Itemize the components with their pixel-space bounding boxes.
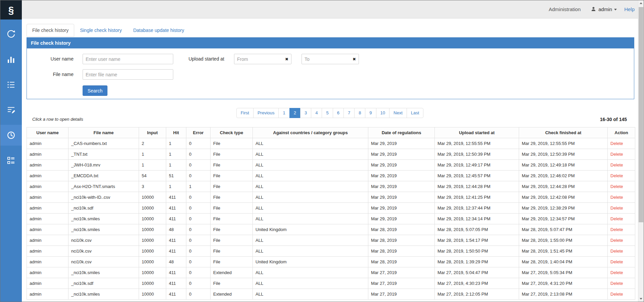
tab-file-check-history[interactable]: File check history bbox=[27, 24, 74, 37]
delete-link[interactable]: Delete bbox=[610, 281, 623, 286]
table-cell-action: Delete bbox=[608, 278, 635, 289]
table-row[interactable]: admin_nci10k.sdf100004110FileALLMar 27, … bbox=[27, 278, 635, 289]
table-row[interactable]: admin_Asx-H2O-TNT.smarts311FileALLMar 29… bbox=[27, 181, 635, 192]
table-cell: 411 bbox=[166, 278, 186, 289]
help-link[interactable]: Help bbox=[624, 6, 635, 12]
sidebar-item-history[interactable] bbox=[0, 125, 22, 146]
sidebar-item-reports[interactable] bbox=[0, 150, 22, 171]
table-cell: 411 bbox=[166, 235, 186, 246]
clear-from-icon[interactable]: ✖ bbox=[285, 57, 288, 61]
table-cell: _nci10k.smiles bbox=[68, 267, 139, 278]
table-cell: Mar 27, 2019 bbox=[368, 278, 435, 289]
table-cell: 411 bbox=[166, 192, 186, 203]
table-cell: nci10k.csv bbox=[68, 235, 139, 246]
chevron-down-icon bbox=[614, 9, 617, 10]
date-to-input[interactable] bbox=[302, 54, 359, 64]
table-cell: admin bbox=[27, 246, 68, 257]
table-cell: admin bbox=[27, 160, 68, 171]
table-row[interactable]: admin_nci10k.sdf100004110FileALLMar 29, … bbox=[27, 203, 635, 214]
table-row[interactable]: adminnci10k.csv10000480FileUnited Kingdo… bbox=[27, 257, 635, 267]
table-cell: Mar 29, 2019, 12:37:44 PM bbox=[435, 203, 519, 214]
table-row[interactable]: adminnci10k.csv100004110FileALLMar 28, 2… bbox=[27, 235, 635, 246]
table-row[interactable]: adminnci10k.csv100004110FileALLMar 28, 2… bbox=[27, 246, 635, 257]
tab-single-check-history[interactable]: Single check history bbox=[74, 24, 128, 37]
table-cell: Mar 29, 2019, 12:44:28 PM bbox=[519, 181, 608, 192]
table-cell: _nci10k-with-ID..csv bbox=[68, 192, 139, 203]
table-row[interactable]: admin_nci10k.smiles100004110ExtendedALLM… bbox=[27, 289, 635, 300]
tab-bar: File check history Single check history … bbox=[27, 24, 190, 37]
delete-link[interactable]: Delete bbox=[610, 216, 623, 221]
table-cell: File bbox=[211, 181, 253, 192]
sidebar-item-list[interactable] bbox=[0, 74, 22, 95]
table-cell: _nci10k.smiles bbox=[68, 289, 139, 300]
table-cell: _nci10k.smiles bbox=[68, 224, 139, 235]
delete-link[interactable]: Delete bbox=[610, 141, 623, 146]
delete-link[interactable]: Delete bbox=[610, 173, 623, 178]
table-row[interactable]: admin_TNT.txt110FileALLMar 29, 2019Mar 2… bbox=[27, 149, 635, 160]
sidebar-item-check-list[interactable] bbox=[0, 100, 22, 120]
delete-link[interactable]: Delete bbox=[610, 292, 623, 297]
table-row[interactable]: admin_JWH-018.mrv110FileALLMar 29, 2019M… bbox=[27, 160, 635, 171]
scroll-down-icon[interactable] bbox=[638, 296, 644, 302]
table-cell: 0 bbox=[186, 246, 211, 257]
clock-history-icon bbox=[6, 130, 16, 140]
table-cell: File bbox=[211, 278, 253, 289]
table-cell: admin bbox=[27, 224, 68, 235]
table-cell: Mar 29, 2019, 12:38:29 PM bbox=[519, 203, 608, 214]
table-cell: ALL bbox=[253, 138, 368, 149]
user-menu[interactable]: admin bbox=[591, 6, 617, 13]
table-row[interactable]: admin_EMCDDA.txt54510FileALLMar 29, 2019… bbox=[27, 171, 635, 181]
delete-link[interactable]: Delete bbox=[610, 162, 623, 167]
column-header: Action bbox=[608, 127, 635, 138]
delete-link[interactable]: Delete bbox=[610, 270, 623, 275]
table-cell: 51 bbox=[166, 171, 186, 181]
table-cell: admin bbox=[27, 278, 68, 289]
column-header: Upload started at bbox=[435, 127, 519, 138]
user-name-input[interactable] bbox=[83, 54, 173, 64]
scrollbar-thumb[interactable] bbox=[639, 7, 643, 222]
delete-link[interactable]: Delete bbox=[610, 249, 623, 254]
table-cell: ALL bbox=[253, 246, 368, 257]
vertical-scrollbar[interactable] bbox=[638, 0, 644, 302]
table-cell: ALL bbox=[253, 149, 368, 160]
table-cell: 10000 bbox=[139, 224, 166, 235]
table-cell: United Kingdom bbox=[253, 257, 368, 267]
file-name-input[interactable] bbox=[83, 69, 173, 80]
table-row[interactable]: admin_CAS-numbers.txt210FileALLMar 29, 2… bbox=[27, 138, 635, 149]
delete-link[interactable]: Delete bbox=[610, 259, 623, 264]
table-cell: Mar 29, 2019, 12:49:17 PM bbox=[435, 160, 519, 171]
person-icon bbox=[591, 6, 596, 13]
table-cell: File bbox=[211, 214, 253, 224]
delete-link[interactable]: Delete bbox=[610, 184, 623, 189]
scroll-up-icon[interactable] bbox=[638, 0, 644, 6]
table-cell: admin bbox=[27, 192, 68, 203]
table-cell: 411 bbox=[166, 246, 186, 257]
clear-to-icon[interactable]: ✖ bbox=[353, 57, 356, 61]
logo-icon: § bbox=[8, 5, 14, 15]
delete-link[interactable]: Delete bbox=[610, 238, 623, 243]
table-row[interactable]: admin_nci10k.smiles100004110ExtendedALLM… bbox=[27, 267, 635, 278]
search-button[interactable]: Search bbox=[83, 85, 107, 96]
date-from-input[interactable] bbox=[234, 54, 291, 64]
table-row[interactable]: admin_nci10k.smiles10000480FileUnited Ki… bbox=[27, 224, 635, 235]
tab-database-update-history[interactable]: Database update history bbox=[128, 24, 190, 37]
table-row[interactable]: admin_nci10k.smiles100004110FileALLMar 2… bbox=[27, 214, 635, 224]
table-cell: Mar 29, 2019, 12:34:57 PM bbox=[519, 214, 608, 224]
sidebar-item-statistics[interactable] bbox=[0, 49, 22, 70]
table-row[interactable]: admin_nci10k-with-ID..csv100004110FileAL… bbox=[27, 192, 635, 203]
table-cell: _TNT.txt bbox=[68, 149, 139, 160]
delete-link[interactable]: Delete bbox=[610, 195, 623, 200]
table-cell-action: Delete bbox=[608, 214, 635, 224]
table-cell: ALL bbox=[253, 203, 368, 214]
sidebar-item-refresh[interactable] bbox=[0, 24, 22, 45]
table-cell: Mar 28, 2019 bbox=[368, 224, 435, 235]
table-cell: _JWH-018.mrv bbox=[68, 160, 139, 171]
table-cell: admin bbox=[27, 257, 68, 267]
table-cell: 1 bbox=[186, 181, 211, 192]
delete-link[interactable]: Delete bbox=[610, 152, 623, 157]
table-cell: Mar 28, 2019, 1:39:29 PM bbox=[435, 257, 519, 267]
column-header: Check finished at bbox=[519, 127, 608, 138]
table-cell: Mar 29, 2019, 12:44:28 PM bbox=[435, 181, 519, 192]
delete-link[interactable]: Delete bbox=[610, 205, 623, 211]
delete-link[interactable]: Delete bbox=[610, 227, 623, 232]
